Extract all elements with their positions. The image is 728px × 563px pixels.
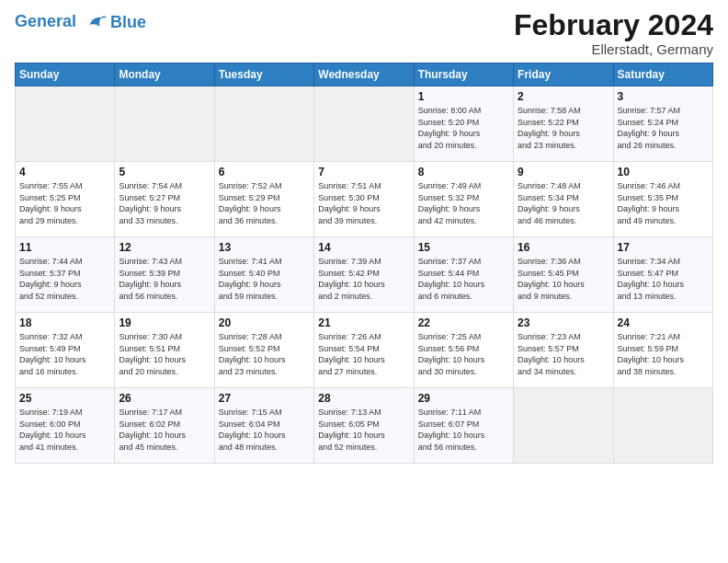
calendar-container: General Blue February 2024 Ellerstadt, G… bbox=[0, 0, 728, 473]
day-number: 18 bbox=[19, 316, 110, 329]
day-detail: Sunrise: 7:54 AM Sunset: 5:27 PM Dayligh… bbox=[119, 180, 210, 226]
day-cell bbox=[214, 86, 313, 162]
day-detail: Sunrise: 7:28 AM Sunset: 5:52 PM Dayligh… bbox=[219, 331, 310, 377]
day-cell: 12Sunrise: 7:43 AM Sunset: 5:39 PM Dayli… bbox=[115, 237, 214, 313]
day-cell: 10Sunrise: 7:46 AM Sunset: 5:35 PM Dayli… bbox=[613, 162, 712, 237]
day-detail: Sunrise: 7:48 AM Sunset: 5:34 PM Dayligh… bbox=[518, 180, 609, 226]
day-cell: 25Sunrise: 7:19 AM Sunset: 6:00 PM Dayli… bbox=[16, 388, 115, 464]
day-number: 17 bbox=[618, 241, 709, 254]
day-number: 6 bbox=[219, 166, 310, 178]
day-cell: 1Sunrise: 8:00 AM Sunset: 5:20 PM Daylig… bbox=[414, 86, 513, 162]
column-header-saturday: Saturday bbox=[613, 63, 712, 86]
day-cell: 16Sunrise: 7:36 AM Sunset: 5:45 PM Dayli… bbox=[514, 237, 613, 313]
day-cell bbox=[16, 86, 115, 162]
day-number: 9 bbox=[518, 166, 609, 178]
day-number: 11 bbox=[19, 241, 110, 254]
week-row-2: 4Sunrise: 7:55 AM Sunset: 5:25 PM Daylig… bbox=[16, 162, 713, 237]
day-number: 23 bbox=[518, 316, 609, 329]
calendar-table: SundayMondayTuesdayWednesdayThursdayFrid… bbox=[15, 63, 713, 464]
day-cell: 7Sunrise: 7:51 AM Sunset: 5:30 PM Daylig… bbox=[314, 162, 414, 237]
calendar-title: February 2024 bbox=[514, 9, 713, 41]
day-number: 13 bbox=[219, 241, 310, 254]
day-cell: 6Sunrise: 7:52 AM Sunset: 5:29 PM Daylig… bbox=[214, 162, 313, 237]
day-detail: Sunrise: 7:19 AM Sunset: 6:00 PM Dayligh… bbox=[19, 407, 110, 453]
day-number: 24 bbox=[618, 316, 709, 329]
day-number: 1 bbox=[418, 90, 509, 103]
day-cell: 14Sunrise: 7:39 AM Sunset: 5:42 PM Dayli… bbox=[314, 237, 414, 313]
day-number: 8 bbox=[418, 166, 509, 178]
day-cell: 27Sunrise: 7:15 AM Sunset: 6:04 PM Dayli… bbox=[214, 388, 313, 464]
day-cell: 4Sunrise: 7:55 AM Sunset: 5:25 PM Daylig… bbox=[16, 162, 115, 237]
day-cell: 20Sunrise: 7:28 AM Sunset: 5:52 PM Dayli… bbox=[214, 313, 313, 388]
day-number: 3 bbox=[618, 90, 709, 103]
day-cell: 21Sunrise: 7:26 AM Sunset: 5:54 PM Dayli… bbox=[314, 313, 414, 388]
day-detail: Sunrise: 7:15 AM Sunset: 6:04 PM Dayligh… bbox=[219, 407, 310, 453]
day-cell: 22Sunrise: 7:25 AM Sunset: 5:56 PM Dayli… bbox=[414, 313, 513, 388]
day-detail: Sunrise: 7:44 AM Sunset: 5:37 PM Dayligh… bbox=[19, 256, 110, 302]
day-cell: 26Sunrise: 7:17 AM Sunset: 6:02 PM Dayli… bbox=[115, 388, 214, 464]
day-number: 10 bbox=[618, 166, 709, 178]
day-number: 2 bbox=[518, 90, 609, 103]
day-number: 19 bbox=[119, 316, 210, 329]
day-number: 7 bbox=[318, 166, 409, 178]
week-row-1: 1Sunrise: 8:00 AM Sunset: 5:20 PM Daylig… bbox=[16, 86, 713, 162]
day-number: 20 bbox=[219, 316, 310, 329]
week-row-5: 25Sunrise: 7:19 AM Sunset: 6:00 PM Dayli… bbox=[16, 388, 713, 464]
day-number: 27 bbox=[219, 392, 310, 405]
column-header-thursday: Thursday bbox=[414, 63, 513, 86]
day-detail: Sunrise: 7:41 AM Sunset: 5:40 PM Dayligh… bbox=[219, 256, 310, 302]
day-number: 12 bbox=[119, 241, 210, 254]
day-detail: Sunrise: 8:00 AM Sunset: 5:20 PM Dayligh… bbox=[418, 105, 509, 151]
day-cell: 3Sunrise: 7:57 AM Sunset: 5:24 PM Daylig… bbox=[613, 86, 712, 162]
day-detail: Sunrise: 7:11 AM Sunset: 6:07 PM Dayligh… bbox=[418, 407, 509, 453]
day-detail: Sunrise: 7:55 AM Sunset: 5:25 PM Dayligh… bbox=[19, 180, 110, 226]
day-number: 15 bbox=[418, 241, 509, 254]
day-cell: 9Sunrise: 7:48 AM Sunset: 5:34 PM Daylig… bbox=[514, 162, 613, 237]
day-cell: 19Sunrise: 7:30 AM Sunset: 5:51 PM Dayli… bbox=[115, 313, 214, 388]
day-detail: Sunrise: 7:13 AM Sunset: 6:05 PM Dayligh… bbox=[318, 407, 409, 453]
day-detail: Sunrise: 7:51 AM Sunset: 5:30 PM Dayligh… bbox=[318, 180, 409, 226]
logo-bird-icon bbox=[83, 9, 108, 35]
day-detail: Sunrise: 7:21 AM Sunset: 5:59 PM Dayligh… bbox=[618, 331, 709, 377]
title-block: February 2024 Ellerstadt, Germany bbox=[514, 9, 713, 57]
day-detail: Sunrise: 7:49 AM Sunset: 5:32 PM Dayligh… bbox=[418, 180, 509, 226]
header-row: General Blue February 2024 Ellerstadt, G… bbox=[15, 9, 713, 57]
day-cell: 17Sunrise: 7:34 AM Sunset: 5:47 PM Dayli… bbox=[613, 237, 712, 313]
day-number: 29 bbox=[418, 392, 509, 405]
day-cell bbox=[613, 388, 712, 464]
day-cell: 24Sunrise: 7:21 AM Sunset: 5:59 PM Dayli… bbox=[613, 313, 712, 388]
logo: General Blue bbox=[15, 9, 146, 35]
day-cell: 15Sunrise: 7:37 AM Sunset: 5:44 PM Dayli… bbox=[414, 237, 513, 313]
day-number: 16 bbox=[518, 241, 609, 254]
day-detail: Sunrise: 7:17 AM Sunset: 6:02 PM Dayligh… bbox=[119, 407, 210, 453]
header-row: SundayMondayTuesdayWednesdayThursdayFrid… bbox=[16, 63, 713, 86]
day-detail: Sunrise: 7:43 AM Sunset: 5:39 PM Dayligh… bbox=[119, 256, 210, 302]
day-detail: Sunrise: 7:23 AM Sunset: 5:57 PM Dayligh… bbox=[518, 331, 609, 377]
day-number: 22 bbox=[418, 316, 509, 329]
day-number: 5 bbox=[119, 166, 210, 178]
day-cell: 2Sunrise: 7:58 AM Sunset: 5:22 PM Daylig… bbox=[514, 86, 613, 162]
day-detail: Sunrise: 7:46 AM Sunset: 5:35 PM Dayligh… bbox=[618, 180, 709, 226]
day-detail: Sunrise: 7:32 AM Sunset: 5:49 PM Dayligh… bbox=[19, 331, 110, 377]
logo-blue: Blue bbox=[110, 13, 146, 32]
column-header-tuesday: Tuesday bbox=[214, 63, 313, 86]
day-detail: Sunrise: 7:36 AM Sunset: 5:45 PM Dayligh… bbox=[518, 256, 609, 302]
day-detail: Sunrise: 7:26 AM Sunset: 5:54 PM Dayligh… bbox=[318, 331, 409, 377]
day-cell: 11Sunrise: 7:44 AM Sunset: 5:37 PM Dayli… bbox=[16, 237, 115, 313]
day-cell bbox=[115, 86, 214, 162]
logo-general: General bbox=[15, 12, 76, 30]
day-detail: Sunrise: 7:37 AM Sunset: 5:44 PM Dayligh… bbox=[418, 256, 509, 302]
day-cell: 29Sunrise: 7:11 AM Sunset: 6:07 PM Dayli… bbox=[414, 388, 513, 464]
day-detail: Sunrise: 7:30 AM Sunset: 5:51 PM Dayligh… bbox=[119, 331, 210, 377]
day-cell: 23Sunrise: 7:23 AM Sunset: 5:57 PM Dayli… bbox=[514, 313, 613, 388]
day-cell: 18Sunrise: 7:32 AM Sunset: 5:49 PM Dayli… bbox=[16, 313, 115, 388]
day-number: 28 bbox=[318, 392, 409, 405]
day-cell: 13Sunrise: 7:41 AM Sunset: 5:40 PM Dayli… bbox=[214, 237, 313, 313]
day-number: 26 bbox=[119, 392, 210, 405]
column-header-monday: Monday bbox=[115, 63, 214, 86]
day-number: 21 bbox=[318, 316, 409, 329]
day-cell: 28Sunrise: 7:13 AM Sunset: 6:05 PM Dayli… bbox=[314, 388, 414, 464]
week-row-4: 18Sunrise: 7:32 AM Sunset: 5:49 PM Dayli… bbox=[16, 313, 713, 388]
day-detail: Sunrise: 7:58 AM Sunset: 5:22 PM Dayligh… bbox=[518, 105, 609, 151]
day-number: 25 bbox=[19, 392, 110, 405]
